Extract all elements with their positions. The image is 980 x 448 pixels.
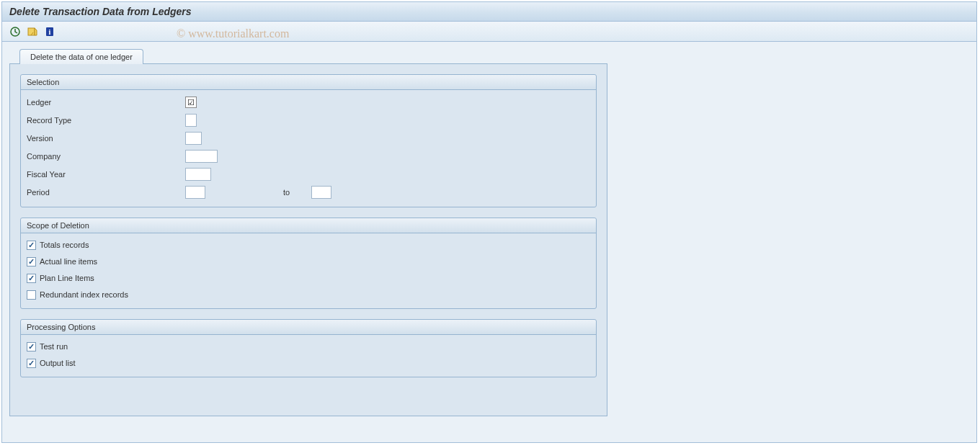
- period-from-input[interactable]: [185, 186, 205, 199]
- ledger-label: Ledger: [27, 98, 185, 107]
- fiscal-year-input[interactable]: [185, 168, 211, 181]
- company-input[interactable]: [185, 150, 218, 163]
- test-run-checkbox[interactable]: [27, 342, 36, 351]
- record-type-input[interactable]: [185, 114, 197, 127]
- fiscal-year-label: Fiscal Year: [27, 170, 185, 179]
- version-input[interactable]: [185, 132, 202, 145]
- period-to-input[interactable]: [311, 186, 331, 199]
- record-type-label: Record Type: [27, 116, 185, 125]
- content-area: Delete the data of one ledger Selection …: [2, 42, 976, 442]
- output-list-label: Output list: [40, 359, 76, 367]
- svg-text:i: i: [49, 28, 51, 36]
- scope-group: Scope of Deletion Totals records Actual …: [20, 218, 597, 309]
- plan-line-items-label: Plan Line Items: [40, 274, 94, 282]
- redundant-index-label: Redundant index records: [40, 290, 128, 299]
- tab-container: Delete the data of one ledger Selection …: [9, 49, 969, 416]
- actual-line-items-label: Actual line items: [40, 257, 97, 266]
- totals-records-label: Totals records: [40, 241, 89, 249]
- tab-content: Selection Ledger ☑ Record Type: [9, 63, 607, 416]
- info-icon[interactable]: i: [43, 25, 57, 38]
- scope-group-title: Scope of Deletion: [21, 218, 596, 233]
- tab-delete-ledger[interactable]: Delete the data of one ledger: [19, 49, 143, 64]
- to-label: to: [283, 188, 290, 197]
- processing-group: Processing Options Test run Output list: [20, 319, 597, 377]
- output-list-checkbox[interactable]: [27, 359, 36, 368]
- main-frame: Delete Transaction Data from Ledgers i D: [1, 1, 977, 443]
- selection-group-title: Selection: [21, 75, 596, 90]
- toolbar: i: [2, 22, 976, 42]
- period-label: Period: [27, 188, 185, 197]
- test-run-label: Test run: [40, 342, 68, 351]
- version-label: Version: [27, 134, 185, 143]
- processing-group-title: Processing Options: [21, 320, 596, 335]
- ledger-required-icon[interactable]: ☑: [185, 97, 197, 108]
- company-label: Company: [27, 152, 185, 161]
- variant-icon[interactable]: [25, 25, 40, 38]
- page-title: Delete Transaction Data from Ledgers: [2, 2, 976, 22]
- plan-line-items-checkbox[interactable]: [27, 274, 36, 283]
- selection-group: Selection Ledger ☑ Record Type: [20, 74, 597, 207]
- totals-records-checkbox[interactable]: [27, 241, 36, 250]
- actual-line-items-checkbox[interactable]: [27, 257, 36, 266]
- redundant-index-checkbox[interactable]: [27, 290, 36, 300]
- execute-icon[interactable]: [8, 25, 22, 38]
